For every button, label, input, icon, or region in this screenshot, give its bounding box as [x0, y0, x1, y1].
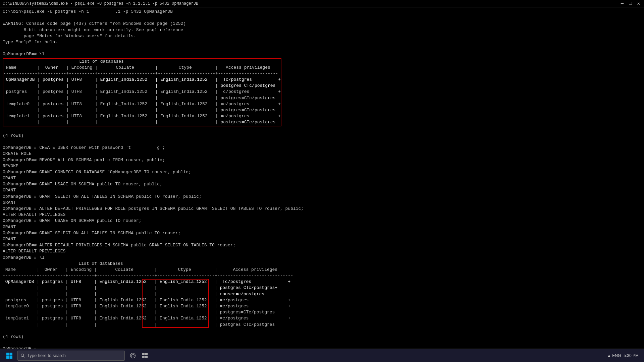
- svg-rect-0: [6, 353, 9, 356]
- search-icon: [20, 353, 25, 358]
- cmd-revoke: OpManagerDB=# REVOKE ALL ON SCHEMA publi…: [3, 157, 641, 163]
- svg-line-5: [23, 356, 25, 357]
- table2-row-opmanager-2: | | | | | postgres=CTc/postgres+: [3, 285, 293, 291]
- table1-row-postgres: postgres | postgres | UTF8 | English_Ind…: [3, 89, 281, 95]
- bin-command: \bin\psql.exe -U postgres -h 1 .1 -p 543…: [10, 9, 173, 14]
- search-placeholder-text: Type here to search: [27, 353, 66, 358]
- resp-grant-4: GRANT: [3, 224, 641, 230]
- table2-row-template1-2: | | | | | postgres=CTc/postgres: [3, 322, 293, 328]
- svg-rect-3: [10, 356, 13, 359]
- warning-4: Type "help" for help.: [3, 39, 641, 45]
- svg-rect-9: [145, 353, 148, 355]
- resp-create-role: CREATE ROLE: [3, 151, 641, 157]
- table1-row-opmanager-2: | | | | | postgres=CTc/postgres: [3, 83, 281, 89]
- taskbar-clock: 5:30 PM: [624, 353, 639, 358]
- blank-line-1: [3, 15, 641, 21]
- taskbar-right-area: ▲ ENG 5:30 PM: [607, 353, 641, 358]
- blank-line-4: [3, 139, 641, 145]
- svg-rect-8: [142, 353, 145, 355]
- blank-line-6: [3, 340, 641, 346]
- window-title: C:\WINDOWS\system32\cmd.exe - psql.exe -…: [3, 1, 198, 6]
- table1-row-opmanager: OpManagerDB | postgres | UTF8 | English_…: [3, 77, 281, 83]
- table2-row-postgres-1: postgres | postgres | UTF8 | English_Ind…: [3, 297, 293, 303]
- window-controls[interactable]: — □ ✕: [620, 1, 641, 6]
- cmd-alter-default-2: OpManagerDB=# ALTER DEFAULT PRIVILEGES I…: [3, 242, 641, 248]
- table1-row-template1: template1 | postgres | UTF8 | English_In…: [3, 113, 281, 119]
- taskbar: Type here to search ▲ ENG 5:30 PM: [0, 349, 644, 362]
- table1-row-template1-2: | | | | | postgres=CTc/postgres: [3, 119, 281, 125]
- start-button[interactable]: [3, 350, 16, 361]
- resp-revoke: REVOKE: [3, 163, 641, 169]
- taskbar-system-tray: ▲ ENG: [607, 353, 621, 358]
- svg-rect-11: [145, 356, 148, 358]
- cmd-create-user: OpManagerDB=# CREATE USER rouser with pa…: [3, 145, 641, 151]
- taskbar-search-box[interactable]: Type here to search: [17, 351, 125, 361]
- cmd-grant-select-1: OpManagerDB=# GRANT SELECT ON ALL TABLES…: [3, 194, 641, 200]
- maximize-button[interactable]: □: [628, 1, 633, 6]
- cortana-icon: [129, 352, 136, 359]
- blank-line-5: [3, 328, 641, 334]
- cmd-grant-select-2: OpManagerDB=# GRANT SELECT ON ALL TABLES…: [3, 230, 641, 236]
- resp-grant-5: GRANT: [3, 236, 641, 242]
- warning-1: WARNING: Console code page (437) differs…: [3, 21, 641, 27]
- resp-grant-2: GRANT: [3, 187, 641, 193]
- cmd-grant-usage-1: OpManagerDB=# GRANT USAGE ON SCHEMA publ…: [3, 181, 641, 187]
- terminal-window: C:\\bin\psql.exe -U postgres -h 1 .1 -p …: [0, 7, 644, 349]
- warning-2: 8-bit characters might not work correctl…: [3, 27, 641, 33]
- svg-rect-2: [6, 356, 9, 359]
- title-bar: C:\WINDOWS\system32\cmd.exe - psql.exe -…: [0, 0, 644, 7]
- taskbar-pinned-icons: [127, 350, 150, 361]
- table2-sep: -------------+----------+----------+----…: [3, 273, 293, 279]
- table1-sep: -------------+----------+----------+----…: [3, 71, 281, 77]
- task-view-button[interactable]: [140, 350, 150, 361]
- cmd-alter-default-1: OpManagerDB=# ALTER DEFAULT PRIVILEGES F…: [3, 206, 641, 212]
- cmd-path: C:\: [3, 9, 10, 14]
- final-prompt: OpManagerDB=#: [3, 346, 641, 349]
- table1-title: List of databases: [3, 59, 281, 65]
- resp-alter-2: ALTER DEFAULT PRIVILEGES: [3, 248, 641, 254]
- close-button[interactable]: ✕: [636, 1, 641, 6]
- blank-line-2: [3, 45, 641, 51]
- table1-row-postgres-2: | | | | | postgres=CTc/postgres: [3, 95, 281, 101]
- minimize-button[interactable]: —: [620, 1, 625, 6]
- cmd-grant-connect: OpManagerDB=# GRANT CONNECT ON DATABASE …: [3, 169, 641, 175]
- table1-header: Name | Owner | Encoding | Collate | Ctyp…: [3, 65, 281, 71]
- table1-row-template0: template0 | postgres | UTF8 | English_In…: [3, 101, 281, 107]
- task-view-icon: [142, 352, 148, 359]
- table2-row-opmanager-3: | | | | | rouser=c/postgres: [3, 291, 293, 297]
- resp-grant-1: GRANT: [3, 175, 641, 181]
- warning-3: page "Notes for Windows users" for detai…: [3, 33, 641, 39]
- table2-row-template0-2: | | | | | postgres=CTc/postgres: [3, 309, 293, 315]
- table2-header: Name | Owner | Encoding | Collate | Ctyp…: [3, 267, 293, 273]
- table2-row-template1-1: template1 | postgres | UTF8 | English_In…: [3, 315, 293, 321]
- svg-point-4: [21, 354, 24, 356]
- svg-point-6: [130, 353, 136, 358]
- blank-line-3: [3, 127, 641, 133]
- cortana-button[interactable]: [127, 350, 138, 361]
- table2-row-template0-1: template0 | postgres | UTF8 | English_In…: [3, 303, 293, 309]
- cmd-path-line: C:\\bin\psql.exe -U postgres -h 1 .1 -p …: [3, 9, 641, 15]
- svg-rect-1: [10, 353, 13, 356]
- resp-alter-1: ALTER DEFAULT PRIVILEGES: [3, 212, 641, 218]
- table2-row-opmanager-1: OpManagerDB | postgres | UTF8 | English_…: [3, 279, 293, 285]
- svg-point-7: [131, 354, 134, 357]
- table2-wrapper: List of databases Name | Owner | Encodin…: [3, 261, 293, 328]
- resp-grant-3: GRANT: [3, 200, 641, 206]
- row-count-1: (4 rows): [3, 133, 641, 139]
- row-count-2: (4 rows): [3, 334, 641, 340]
- table1-highlight: List of databases Name | Owner | Encodin…: [3, 58, 281, 126]
- prompt-2: OpManagerDB=# \l: [3, 255, 641, 261]
- windows-logo-icon: [6, 352, 13, 359]
- table2-rows: OpManagerDB | postgres | UTF8 | English_…: [3, 279, 293, 328]
- table1-row-template0-2: | | | | | postgres=CTc/postgres: [3, 107, 281, 113]
- prompt-1: OpManagerDB=# \l: [3, 51, 641, 57]
- cmd-grant-usage-2: OpManagerDB=# GRANT USAGE ON SCHEMA publ…: [3, 218, 641, 224]
- table2-title: List of databases: [3, 261, 293, 267]
- svg-rect-10: [142, 356, 145, 358]
